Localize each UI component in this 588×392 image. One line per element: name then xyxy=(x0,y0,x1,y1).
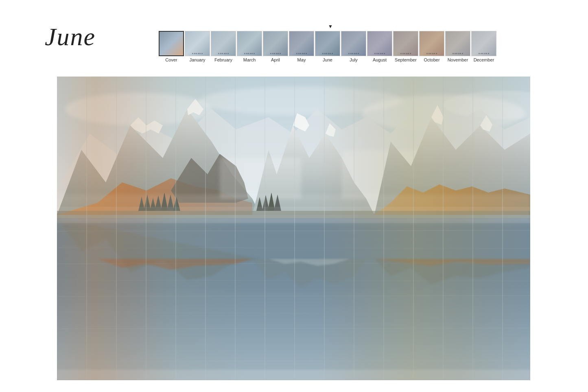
thumb-label-july: July xyxy=(350,57,358,62)
title-area: June xyxy=(45,22,96,51)
thumbnail-august[interactable]: August xyxy=(367,31,392,62)
thumb-preview-march xyxy=(237,31,262,56)
thumbnail-cover[interactable]: Cover xyxy=(159,31,184,62)
thumbnails-row: CoverJanuaryFebruaryMarchAprilMayJuneJul… xyxy=(159,31,496,62)
thumb-label-february: February xyxy=(214,57,232,62)
thumb-label-june: June xyxy=(323,57,332,62)
thumbnail-november[interactable]: November xyxy=(445,31,470,62)
thumb-label-august: August xyxy=(373,57,387,62)
thumb-preview-april xyxy=(263,31,288,56)
thumb-preview-july xyxy=(341,31,366,56)
thumbnail-july[interactable]: July xyxy=(341,31,366,62)
landscape-view xyxy=(57,77,530,380)
thumb-preview-december xyxy=(471,31,496,56)
thumb-preview-may xyxy=(289,31,314,56)
thumb-label-december: December xyxy=(474,57,494,62)
thumb-label-october: October xyxy=(424,57,439,62)
thumb-preview-august xyxy=(367,31,392,56)
thumb-preview-september xyxy=(393,31,418,56)
main-image xyxy=(57,77,530,380)
thumbnail-december[interactable]: December xyxy=(471,31,496,62)
thumbnail-october[interactable]: October xyxy=(419,31,444,62)
thumb-label-march: March xyxy=(243,57,256,62)
thumbnail-strip: ▼ CoverJanuaryFebruaryMarchAprilMayJuneJ… xyxy=(159,24,496,62)
thumb-label-cover: Cover xyxy=(165,57,177,62)
thumb-preview-cover xyxy=(159,31,184,56)
thumb-preview-october xyxy=(419,31,444,56)
thumb-preview-june xyxy=(315,31,340,56)
thumb-preview-november xyxy=(445,31,470,56)
thumbnail-may[interactable]: May xyxy=(289,31,314,62)
thumbnail-september[interactable]: September xyxy=(393,31,418,62)
page-title: June xyxy=(45,23,96,50)
autumn-overlay xyxy=(57,77,530,380)
thumb-label-november: November xyxy=(448,57,468,62)
thumb-label-may: May xyxy=(297,57,306,62)
thumb-label-september: September xyxy=(395,57,417,62)
thumb-label-january: January xyxy=(189,57,205,62)
thumb-preview-february xyxy=(211,31,236,56)
thumb-label-april: April xyxy=(271,57,280,62)
thumbnail-june[interactable]: June xyxy=(315,31,340,62)
thumb-preview-january xyxy=(185,31,210,56)
thumbnail-february[interactable]: February xyxy=(211,31,236,62)
active-month-arrow: ▼ xyxy=(328,24,333,29)
thumbnail-april[interactable]: April xyxy=(263,31,288,62)
thumbnail-january[interactable]: January xyxy=(185,31,210,62)
thumbnail-march[interactable]: March xyxy=(237,31,262,62)
